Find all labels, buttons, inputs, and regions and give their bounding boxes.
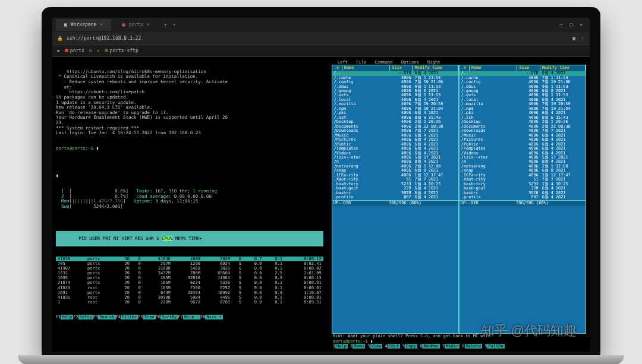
mc-menu[interactable]: LeftFileCommandOptionsRight [332,59,586,65]
mc-row[interactable]: .bashrc39206월 4 2021 [460,191,586,195]
mc-row[interactable]: /n40968월 4 2021 [460,160,586,164]
mc-row[interactable]: /Pictures40966월 4 2021 [460,138,586,142]
mc-row[interactable]: /.config40967월 19 21:06 [332,80,458,84]
close-button[interactable]: ✕ [580,22,583,27]
tab-label: portx [129,22,143,27]
mc-row[interactable]: .bash~gout2206월 4 2021 [332,186,458,191]
dot-icon [122,23,125,27]
mc-row[interactable]: /netsarang40962월 1 12:08 [332,164,458,169]
mc-row[interactable]: /.gnupg40966월 8 2021 [460,89,586,93]
mc-row[interactable]: /n40968월 4 2021 [332,160,458,164]
tool-tabs: ≡ portx ⊟ ✕ portx-sftp [52,45,590,57]
cursor: ▮ [96,145,99,151]
tab-workspace[interactable]: ▦ Workspace × [56,19,111,31]
hamburger-icon[interactable]: ≡ [57,48,60,53]
mc-row[interactable]: /.cache40967월 1 11:53 [332,76,458,80]
tab-label: Workspace [71,22,96,27]
motd-text: https://ubuntu.com/blog/microk8s-memory-… [56,69,323,136]
mc-updir[interactable]: /..--DIR6월 4 2021 [460,71,586,75]
mc-row[interactable]: .Xaut~rity517월 7 2021 [332,178,458,182]
mc-row[interactable]: .ICEa~rity40861월 12 17:47 [460,173,586,178]
mc-updir[interactable]: /..--DIR6월 4 2021 [332,71,458,75]
mc-row[interactable]: /Templates40966월 4 2021 [460,147,586,151]
mc-fn-bar[interactable]: 1Help 2Menu 3View 4Edit 5Copy 6RenMov 7M… [332,344,586,349]
maximize-button[interactable]: ▢ [569,22,572,27]
mc-row[interactable]: /.gvfs40969월 1 11:53 [332,93,458,97]
terminal-left[interactable]: https://ubuntu.com/blog/microk8s-memory-… [52,57,327,352]
htop-marker: ▮ [56,173,323,179]
close-icon[interactable]: × [100,22,103,27]
mc-row[interactable]: /Music40966월 4 2021 [460,134,586,138]
tab-portx[interactable]: portx × [114,19,158,31]
mc-row[interactable]: /Desktop40962월 1 20:26 [460,120,586,124]
mc-row[interactable]: /.ssh40968월 6 15:43 [460,116,586,120]
mc-row[interactable]: /.gnupg40966월 8 2021 [332,89,458,93]
mc-row[interactable]: .bash~gout2206월 4 2021 [460,186,586,191]
mc-row[interactable]: /lsix-~ster40965월 17 2021 [460,156,586,160]
mc-row[interactable]: /Videos40966월 4 2021 [460,151,586,156]
mc-row[interactable]: /Desktop40962월 1 20:26 [332,120,458,124]
menu-icon[interactable]: ⋮ [580,36,585,41]
mc-row[interactable]: /Music40966월 4 2021 [332,134,458,138]
mc-panel-right[interactable]: .nNameSizeModify time /..--DIR6월 4 2021/… [459,65,586,334]
mc-row[interactable]: /snap40966월 8 2021 [460,169,586,173]
new-tab-button[interactable]: + [160,22,171,27]
mc-row[interactable]: .ICEa~rity40861월 12 17:47 [332,173,458,178]
mc-row[interactable]: .profile8076월 4 2021 [332,195,458,200]
tab-overflow-button[interactable]: ▾ [173,22,176,27]
mc-row[interactable]: /.dbus40969월 1 11:53 [460,85,586,89]
mc-row[interactable]: .bash~tory52331월 4 10:25 [332,182,458,186]
mc-row[interactable]: /Public40966월 4 2021 [460,143,586,147]
mc-row[interactable]: /Videos40966월 4 2021 [332,151,458,156]
mc-row[interactable]: .bash~tory52331월 4 10:25 [460,182,586,186]
grid-icon[interactable]: ▦ [572,36,575,41]
htop-fn-bar[interactable]: F1HelpF2SetupF3SearchF4FilterF5TreeF6Sor… [56,315,323,319]
minimize-button[interactable]: — [560,22,563,27]
mc-menu-item[interactable]: Command [374,60,392,65]
app-window: ▦ Workspace × portx × + ▾ — ▢ ✕ 🔒 ssh://… [52,18,590,352]
htop-header: PID USER PRI NI VIRT RES SHR S CPU% MEM%… [56,231,323,246]
mc-row[interactable]: .Xaut~rity517월 7 2021 [460,178,586,182]
mc-row[interactable]: /netsarang40962월 1 12:08 [460,164,586,169]
mc-row[interactable]: /.gvfs40969월 1 11:53 [460,93,586,97]
mc-rows[interactable]: /..--DIR6월 4 2021/.cache40967월 1 11:53/.… [460,71,586,200]
mc-row[interactable]: /Downloads40967월 7 2021 [332,129,458,133]
mc-row[interactable]: /Templates40966월 4 2021 [332,147,458,151]
mc-row[interactable]: /Documents40962월 22 00:38 [460,125,586,129]
mc-row[interactable]: /Public40966월 4 2021 [332,143,458,147]
mc-row[interactable]: /.mozilla40967월 19 20:59 [332,102,458,106]
mc-row[interactable]: .profile8076월 4 2021 [460,195,586,200]
mc-row[interactable]: .bashrc39206월 4 2021 [332,191,458,195]
mc-row[interactable]: /.config40967월 19 21:06 [460,80,586,84]
mc-row[interactable]: /.pki40966월 4 2021 [332,111,458,115]
mc-row[interactable]: /.npm40967월 19 21:04 [332,107,458,111]
mc-row[interactable]: /.pki40966월 4 2021 [460,111,586,115]
mc-row[interactable]: /lsix-~ster40965월 17 2021 [332,156,458,160]
mc-row[interactable]: /.mozilla40967월 19 20:59 [460,102,586,106]
x-small-icon[interactable]: ✕ [97,48,100,53]
mc-row[interactable]: /.local40966월 4 2021 [460,98,586,102]
terminal-right[interactable]: LeftFileCommandOptionsRight .nNameSizeMo… [328,57,590,352]
mc-menu-item[interactable]: Left [338,60,348,65]
mc-row[interactable]: /Downloads40967월 7 2021 [460,129,586,133]
mc-row[interactable]: /.cache40967월 1 11:53 [460,76,586,80]
titlebar: ▦ Workspace × portx × + ▾ — ▢ ✕ [52,18,590,32]
session-portx-sftp[interactable]: portx-sftp [105,48,139,53]
mc-panel-left[interactable]: .nNameSizeModify time /..--DIR6월 4 2021/… [332,65,459,334]
mc-menu-item[interactable]: Right [427,60,440,65]
mc-row[interactable]: /Documents40962월 22 00:38 [332,125,458,129]
htop-process-table[interactable]: 41838portx2004184046003840R0.70.10:00.12… [56,257,323,304]
mc-row[interactable]: /.dbus40969월 1 11:53 [332,85,458,89]
mc-row[interactable]: /.npm40967월 19 21:04 [460,107,586,111]
close-icon[interactable]: × [147,22,150,27]
address-text[interactable]: ssh://portx@192.168.0.3:22 [67,36,141,41]
close-thin-icon[interactable]: ⊟ [89,48,92,53]
mc-menu-item[interactable]: Options [401,60,419,65]
mc-row[interactable]: /.local40966월 4 2021 [332,98,458,102]
mc-menu-item[interactable]: File [356,60,366,65]
mc-row[interactable]: /.ssh40968월 6 15:43 [332,116,458,120]
mc-rows[interactable]: /..--DIR6월 4 2021/.cache40967월 1 11:53/.… [332,71,458,200]
mc-row[interactable]: /snap40966월 8 2021 [332,169,458,173]
mc-row[interactable]: /Pictures40966월 4 2021 [332,138,458,142]
session-portx[interactable]: portx [65,48,84,53]
